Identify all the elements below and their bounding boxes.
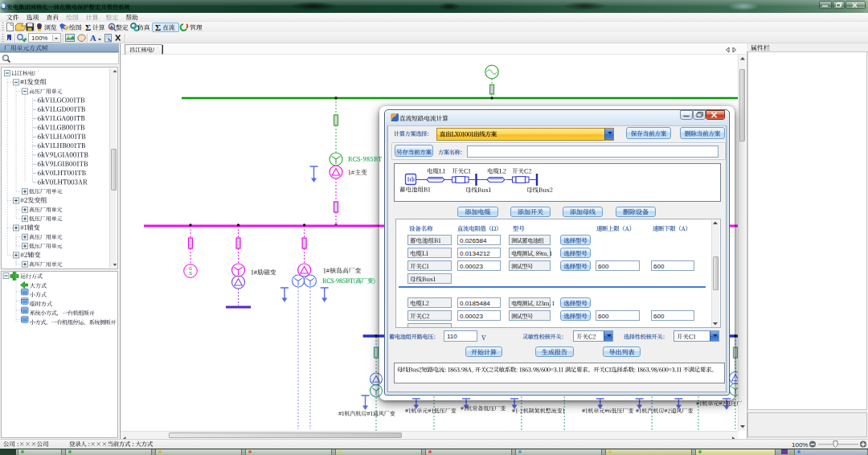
svg-text:A: A [90, 34, 96, 43]
svg-text:S: S [189, 271, 192, 276]
svg-text:100%: 100% [792, 441, 808, 449]
svg-text:Σ: Σ [85, 23, 91, 32]
svg-text:Σ: Σ [155, 23, 161, 32]
